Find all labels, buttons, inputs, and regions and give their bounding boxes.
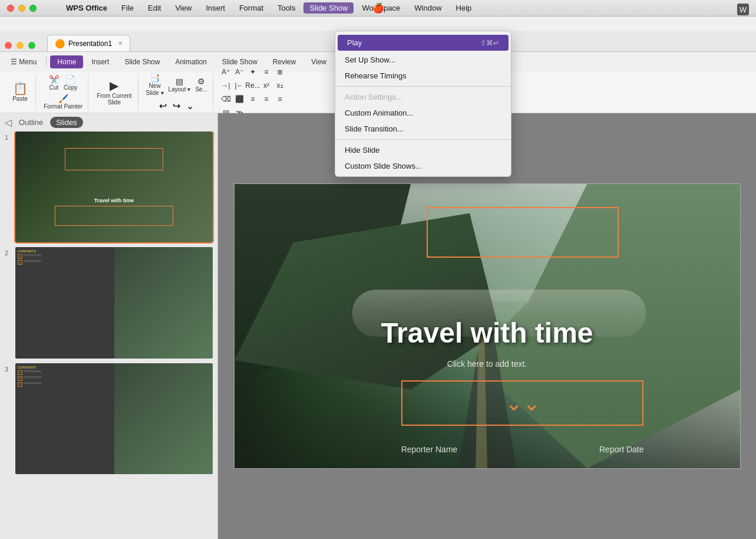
layout-icon: ▤ [176, 77, 183, 86]
from-current-slide-group: ▶ From Current Slide [91, 75, 138, 110]
slide3-contents-label: CONTENTS [18, 366, 112, 369]
paste-group: 📋 Paste [5, 75, 36, 110]
undo-button[interactable]: ↩ [157, 100, 169, 112]
slide-footer: Reporter Name Report Date [401, 445, 644, 454]
maximize-button[interactable] [29, 5, 37, 12]
slide-thumbnail-2[interactable]: CONTENTS 01 02 [15, 247, 213, 358]
tools-menu[interactable]: Tools [272, 2, 301, 14]
tab-slide-show-tools[interactable]: Slide Show [117, 55, 167, 68]
align-justify-button[interactable]: ≡ [273, 93, 286, 106]
re-button[interactable]: Re... [246, 79, 259, 92]
set-up-show-label: Set Up Show... [345, 55, 395, 64]
new-slide-button[interactable]: 📑 New Slide ▾ [144, 73, 166, 97]
cut-button[interactable]: ✂️ Cut [47, 74, 61, 92]
play-shortcut: ⇧⌘↵ [480, 39, 499, 47]
superscript-button[interactable]: x² [260, 79, 273, 92]
align-right-button[interactable]: ≡ [260, 93, 273, 106]
se-button[interactable]: ⚙ Se... [193, 76, 209, 94]
slide-canvas: Travel with time Click here to add text.… [234, 183, 741, 469]
text-format-group: A⁺ A⁻ ✦ ≡ ≣ →| |← Re... x² x₂ ⌫ ⬛ ≡ ≡ ≡ … [216, 75, 293, 110]
tab-home[interactable]: Home [50, 55, 83, 68]
slide-thumb-inner-1: Travel with time [15, 132, 213, 242]
tab-insert[interactable]: Insert [84, 55, 116, 68]
view-menu[interactable]: View [169, 2, 197, 14]
slideshow-dropdown-menu[interactable]: Play ⇧⌘↵ Set Up Show... Rehearse Timings… [335, 31, 511, 177]
layout-button[interactable]: ▤ Layout ▾ [167, 76, 193, 94]
cut-icon: ✂️ [49, 75, 59, 84]
custom-animation-menu-item[interactable]: Custom Animation... [335, 105, 511, 121]
slide-thumbnail-3[interactable]: CONTENTS 01 02 [15, 363, 213, 474]
panel-tabs: ◁ Outline Slides [0, 113, 217, 132]
presentation-tab[interactable]: 🟠 Presentation1 ✕ [47, 35, 130, 51]
slide-transition-menu-item[interactable]: Slide Transition... [335, 121, 511, 137]
more-button[interactable]: ⌄ [184, 100, 196, 112]
hamburger-menu-button[interactable]: ☰ Menu [5, 55, 42, 68]
slide-tools-group: 📑 New Slide ▾ ▤ Layout ▾ ⚙ Se... ↩ ↪ ⌄ [141, 75, 213, 110]
insert-menu[interactable]: Insert [200, 2, 231, 14]
tab-minimize-dot[interactable] [16, 42, 24, 49]
format-menu[interactable]: Format [233, 2, 269, 14]
slideshow-menu[interactable]: Slide Show [303, 2, 354, 14]
format-painter-button[interactable]: 🖌️ Format Painter [42, 93, 84, 111]
play-menu-item[interactable]: Play ⇧⌘↵ [338, 35, 509, 51]
play-label: Play [347, 38, 362, 47]
slide1-bottom-box [55, 206, 173, 226]
slide-main-title[interactable]: Travel with time [381, 317, 593, 349]
window-menu[interactable]: Window [408, 2, 447, 14]
copy-button[interactable]: 📄 Copy [62, 74, 79, 92]
slide-subtitle[interactable]: Click here to add text. [447, 359, 527, 369]
file-menu[interactable]: File [115, 2, 140, 14]
wps-office-menu[interactable]: WPS Office [60, 2, 113, 14]
tab-close-dot[interactable] [5, 42, 12, 49]
panel-arrow-left[interactable]: ◁ [5, 117, 12, 128]
slide3-background: CONTENTS 01 02 [15, 363, 213, 474]
tab-animation[interactable]: Animation [168, 55, 213, 68]
indent-button[interactable]: →| [219, 79, 232, 92]
custom-slide-shows-menu-item[interactable]: Custom Slide Shows... [335, 158, 511, 174]
rehearse-timings-menu-item[interactable]: Rehearse Timings [335, 68, 511, 84]
outdent-button[interactable]: |← [233, 79, 246, 92]
tab-view[interactable]: View [304, 55, 334, 68]
slide1-background: Travel with time [15, 132, 213, 242]
report-date-text[interactable]: Report Date [599, 445, 643, 454]
set-up-show-menu-item[interactable]: Set Up Show... [335, 52, 511, 68]
paste-button[interactable]: 📋 Paste [8, 81, 32, 103]
clipboard-group: ✂️ Cut 📄 Copy 🖌️ Format Painter [38, 75, 88, 110]
clear-format-button[interactable]: ✦ [246, 65, 259, 78]
mac-title-bar: 🍎 WPS Office File Edit View Insert Forma… [0, 0, 756, 17]
redo-button[interactable]: ↪ [170, 100, 183, 112]
cut-copy-row: ✂️ Cut 📄 Copy [47, 74, 79, 92]
slide3-item-3: 03 [18, 382, 112, 387]
reporter-name-text[interactable]: Reporter Name [401, 445, 458, 454]
action-settings-menu-item: Action Settings... [335, 89, 511, 105]
list-button[interactable]: ≡ [260, 65, 273, 78]
hide-slide-menu-item[interactable]: Hide Slide [335, 142, 511, 158]
increase-font-button[interactable]: A⁺ [219, 65, 232, 78]
slide2-background: CONTENTS 01 02 [15, 247, 213, 358]
help-menu[interactable]: Help [450, 2, 478, 14]
tab-close-button[interactable]: ✕ [118, 40, 123, 47]
list2-button[interactable]: ≣ [273, 65, 286, 78]
new-slide-icon: 📑 [150, 74, 160, 82]
close-button[interactable] [7, 5, 14, 12]
minimize-button[interactable] [18, 5, 25, 12]
se-icon: ⚙ [197, 77, 205, 86]
slide-thumbnail-1[interactable]: Travel with time [15, 132, 213, 242]
slide1-title-text: Travel with time [94, 198, 134, 203]
decrease-font-button[interactable]: A⁻ [233, 65, 246, 78]
tab-presentation-icon: 🟠 [55, 39, 65, 48]
subscript-button[interactable]: x₂ [273, 79, 286, 92]
eraser-button[interactable]: ⌫ [219, 93, 232, 106]
align-left-button[interactable]: ⬛ [233, 93, 246, 106]
slide1-top-box [65, 148, 164, 170]
from-current-slide-button[interactable]: ▶ From Current Slide [94, 78, 134, 107]
slide-bottom-box[interactable]: ⌄⌄ [401, 380, 644, 426]
tab-maximize-dot[interactable] [28, 42, 35, 49]
slide-top-box[interactable] [427, 207, 619, 258]
window-controls[interactable] [7, 5, 37, 12]
align-center-button[interactable]: ≡ [246, 93, 259, 106]
outline-tab[interactable]: Outline [16, 117, 45, 128]
slides-tab[interactable]: Slides [50, 117, 82, 128]
edit-menu[interactable]: Edit [142, 2, 167, 14]
list-item: 2 CONTENTS 01 [5, 247, 213, 358]
